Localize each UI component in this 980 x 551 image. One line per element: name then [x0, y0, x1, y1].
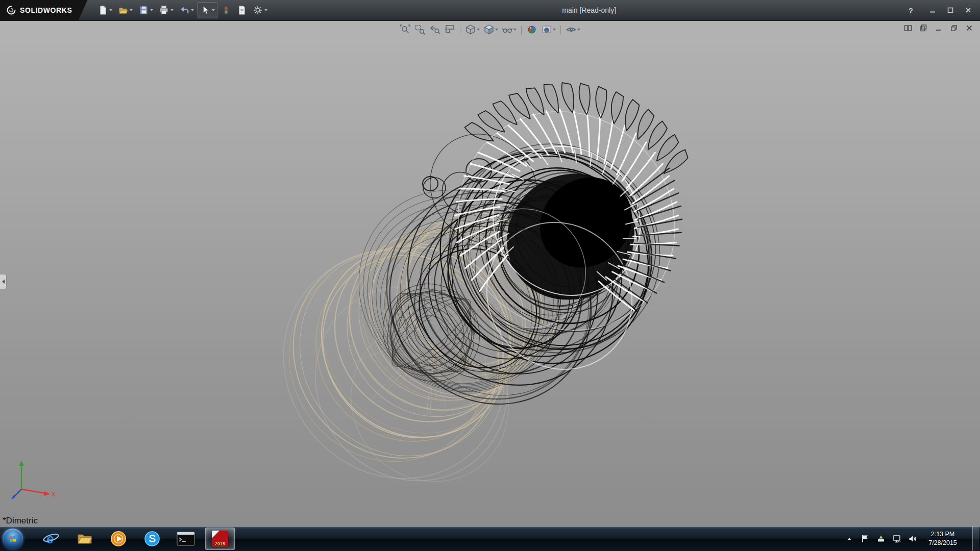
open-button[interactable]: [116, 3, 135, 18]
edit-appearance-button[interactable]: [525, 23, 538, 36]
view-settings-button[interactable]: [565, 23, 581, 36]
file-properties-button[interactable]: [235, 3, 249, 18]
dropdown-arrow-icon[interactable]: [513, 29, 517, 31]
new-document-icon: [97, 5, 108, 15]
display-style-button[interactable]: [482, 23, 499, 36]
document-window-controls: [903, 23, 974, 33]
separator: [521, 26, 522, 34]
select-arrow-icon: [200, 5, 210, 15]
taskbar-clock[interactable]: 2:13 PM 7/28/2015: [924, 530, 962, 547]
clock-time: 2:13 PM: [924, 530, 962, 539]
media-player-button[interactable]: [104, 528, 133, 549]
dropdown-arrow-icon[interactable]: [577, 29, 580, 31]
dropdown-arrow-icon[interactable]: [191, 9, 194, 11]
command-prompt-button[interactable]: [172, 528, 200, 549]
display-style-icon: [483, 24, 495, 35]
dropdown-arrow-icon[interactable]: [264, 9, 267, 11]
triad-y-arrowhead: [19, 461, 24, 466]
remove-hardware-button[interactable]: [876, 534, 886, 544]
zoom-to-area-button[interactable]: [413, 23, 427, 36]
titlebar: SOLIDWORKS: [0, 0, 980, 21]
section-view-button[interactable]: [443, 23, 456, 36]
print-icon: [159, 5, 169, 15]
apply-scene-icon: [541, 24, 552, 35]
solidworks-version-badge: 2015: [212, 542, 228, 546]
new-document-button[interactable]: [95, 3, 114, 18]
dropdown-arrow-icon[interactable]: [553, 29, 556, 31]
help-button[interactable]: ?: [909, 6, 913, 15]
engine-wireframe-model: [0, 20, 980, 527]
previous-view-button[interactable]: [428, 23, 442, 36]
tile-windows-icon[interactable]: [903, 23, 913, 33]
separator: [460, 26, 460, 34]
file-properties-icon: [237, 5, 247, 15]
cascade-windows-icon[interactable]: [919, 23, 928, 33]
solidworks-logo: SOLIDWORKS: [0, 0, 87, 20]
heads-up-view-toolbar: [399, 23, 581, 36]
zoom-to-fit-icon: [400, 24, 411, 35]
open-folder-icon: [118, 5, 128, 15]
zoom-to-area-icon: [414, 24, 426, 35]
rebuild-button[interactable]: [219, 3, 233, 18]
print-button[interactable]: [157, 3, 176, 18]
app-name: SOLIDWORKS: [20, 6, 72, 14]
previous-view-icon: [429, 24, 440, 35]
dropdown-arrow-icon[interactable]: [170, 9, 174, 11]
action-center-button[interactable]: [861, 534, 870, 544]
solidworks-window: SOLIDWORKS: [0, 0, 980, 551]
network-monitor-icon: [892, 534, 901, 543]
view-settings-eye-icon: [566, 24, 577, 35]
dropdown-arrow-icon[interactable]: [109, 9, 112, 11]
view-orientation-label: *Dimetric: [3, 516, 38, 526]
options-gear-icon: [253, 5, 263, 15]
dropdown-arrow-icon[interactable]: [477, 29, 480, 31]
view-orientation-button[interactable]: [464, 23, 481, 36]
usb-device-icon: [876, 534, 886, 543]
rebuild-stoplight-icon: [221, 5, 231, 15]
expand-feature-pane-button[interactable]: [0, 274, 7, 289]
graphics-area[interactable]: X *Dimetric: [0, 20, 980, 527]
network-button[interactable]: [892, 534, 901, 544]
options-button[interactable]: [251, 3, 270, 18]
folder-icon: [76, 530, 93, 547]
dropdown-arrow-icon[interactable]: [212, 9, 215, 11]
start-button[interactable]: [0, 527, 26, 551]
apply-scene-button[interactable]: [540, 23, 557, 36]
clock-date: 7/28/2015: [924, 539, 962, 547]
maximize-button[interactable]: [946, 6, 955, 15]
dropdown-arrow-icon[interactable]: [495, 29, 498, 31]
flag-icon: [861, 534, 869, 543]
dropdown-arrow-icon[interactable]: [150, 9, 153, 11]
save-icon: [138, 5, 149, 15]
icon-fold-decoration: [212, 531, 219, 538]
section-view-icon: [444, 24, 455, 35]
hide-show-items-button[interactable]: [501, 23, 518, 36]
chevron-left-icon: [2, 280, 5, 284]
standard-toolbar: [95, 2, 270, 18]
minimize-button[interactable]: [928, 6, 937, 15]
close-button[interactable]: [964, 6, 973, 15]
show-desktop-button[interactable]: [972, 527, 979, 551]
solidworks-taskbar-button[interactable]: 2015: [205, 528, 235, 550]
minimize-document-button[interactable]: [934, 23, 943, 33]
restore-document-button[interactable]: [949, 23, 959, 33]
file-explorer-button[interactable]: [70, 528, 99, 549]
select-tool-button[interactable]: [198, 2, 217, 18]
skype-icon: [144, 531, 160, 547]
media-player-icon: [110, 531, 127, 547]
document-title: main [Read-only]: [270, 6, 908, 14]
save-button[interactable]: [136, 3, 155, 18]
edit-appearance-ball-icon: [526, 24, 537, 35]
close-document-button[interactable]: [965, 23, 974, 33]
show-hidden-icons-button[interactable]: [845, 534, 854, 544]
undo-icon: [179, 5, 189, 15]
windows-orb-icon: [3, 529, 23, 549]
dropdown-arrow-icon[interactable]: [130, 9, 133, 11]
window-controls: ?: [909, 6, 980, 15]
internet-explorer-icon: e: [42, 530, 60, 547]
volume-button[interactable]: [908, 534, 917, 544]
internet-explorer-button[interactable]: e: [37, 528, 65, 549]
skype-button[interactable]: [138, 528, 166, 549]
undo-button[interactable]: [177, 3, 196, 18]
zoom-to-fit-button[interactable]: [399, 23, 412, 36]
